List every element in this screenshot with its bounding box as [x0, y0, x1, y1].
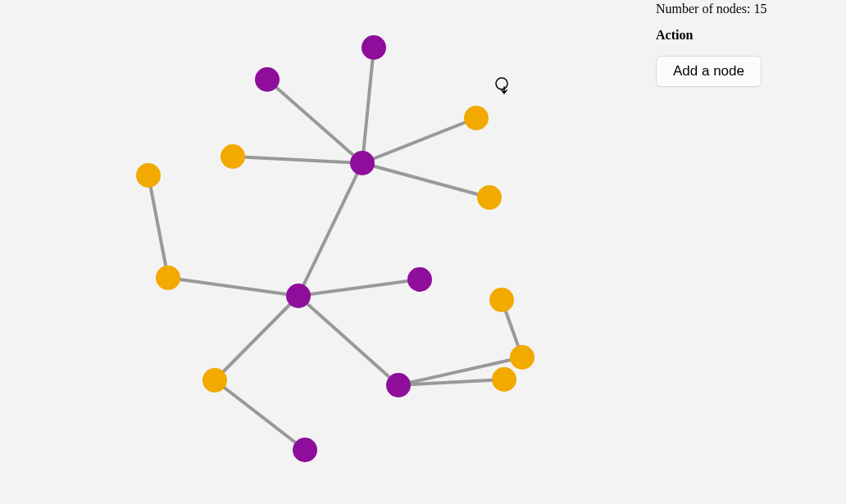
graph-node[interactable] [510, 345, 534, 370]
graph-node[interactable] [477, 185, 502, 210]
graph-node[interactable] [286, 284, 311, 308]
graph-edge [298, 296, 398, 385]
add-node-button[interactable]: Add a node [656, 56, 762, 87]
graph-node[interactable] [350, 151, 375, 175]
graph-edge [362, 118, 476, 163]
graph-node[interactable] [407, 267, 432, 292]
graph-edge [168, 278, 298, 296]
graph-node[interactable] [464, 106, 489, 130]
graph-edge [298, 163, 362, 296]
graph-node[interactable] [489, 288, 514, 312]
graph-edge [362, 48, 374, 163]
node-count-label: Number of nodes: [656, 2, 751, 16]
graph-node[interactable] [492, 367, 516, 392]
graph-canvas[interactable] [0, 0, 648, 504]
action-heading: Action [656, 28, 846, 43]
graph-node[interactable] [362, 35, 386, 60]
graph-edge [362, 163, 489, 198]
graph-node[interactable] [202, 368, 227, 393]
graph-node[interactable] [156, 266, 180, 290]
graph-edge [233, 157, 362, 163]
node-count-line: Number of nodes: 15 [656, 2, 846, 16]
graph-edge [298, 279, 420, 296]
graph-node[interactable] [221, 144, 245, 169]
graph-node[interactable] [255, 67, 280, 92]
graph-edge [267, 79, 362, 163]
graph-edge [215, 296, 298, 380]
graph-node[interactable] [386, 373, 411, 397]
node-count-value: 15 [754, 2, 767, 16]
graph-edge [148, 175, 168, 278]
graph-node[interactable] [293, 438, 317, 462]
graph-edge [215, 380, 305, 450]
graph-node[interactable] [136, 163, 161, 188]
sidebar: Number of nodes: 15 Action Add a node [656, 0, 846, 87]
